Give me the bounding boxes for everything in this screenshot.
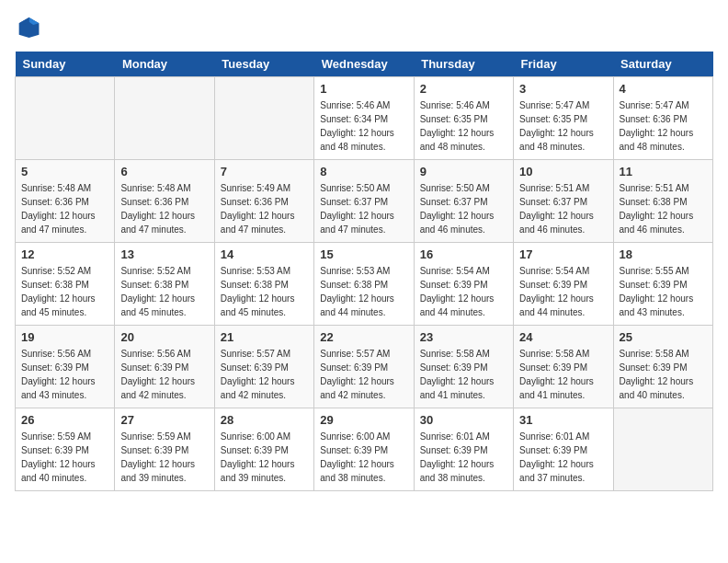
calendar-cell: 20Sunrise: 5:56 AMSunset: 6:39 PMDayligh… — [115, 326, 214, 408]
day-info: Sunrise: 5:55 AMSunset: 6:39 PMDaylight:… — [620, 264, 707, 319]
calendar-cell: 10Sunrise: 5:51 AMSunset: 6:37 PMDayligh… — [514, 160, 613, 243]
calendar-cell: 23Sunrise: 5:58 AMSunset: 6:39 PMDayligh… — [414, 326, 513, 408]
calendar-week-5: 26Sunrise: 5:59 AMSunset: 6:39 PMDayligh… — [16, 408, 713, 491]
calendar-cell: 21Sunrise: 5:57 AMSunset: 6:39 PMDayligh… — [214, 326, 313, 408]
day-number: 11 — [620, 165, 707, 178]
logo — [15, 15, 44, 40]
day-info: Sunrise: 5:58 AMSunset: 6:39 PMDaylight:… — [519, 347, 607, 402]
day-number: 12 — [21, 247, 108, 261]
calendar-cell: 13Sunrise: 5:52 AMSunset: 6:38 PMDayligh… — [115, 243, 214, 326]
day-number: 9 — [420, 165, 507, 178]
day-number: 17 — [519, 247, 607, 261]
day-info: Sunrise: 5:58 AMSunset: 6:39 PMDaylight:… — [420, 347, 507, 402]
calendar-week-4: 19Sunrise: 5:56 AMSunset: 6:39 PMDayligh… — [16, 326, 713, 408]
calendar-cell — [16, 77, 115, 160]
day-info: Sunrise: 5:57 AMSunset: 6:39 PMDaylight:… — [320, 347, 407, 402]
day-number: 19 — [21, 330, 108, 344]
day-number: 24 — [519, 330, 607, 344]
calendar-cell: 31Sunrise: 6:01 AMSunset: 6:39 PMDayligh… — [514, 408, 613, 491]
calendar-cell: 4Sunrise: 5:47 AMSunset: 6:36 PMDaylight… — [613, 77, 712, 160]
calendar-week-3: 12Sunrise: 5:52 AMSunset: 6:38 PMDayligh… — [16, 243, 713, 326]
day-info: Sunrise: 5:46 AMSunset: 6:34 PMDaylight:… — [320, 98, 407, 154]
day-info: Sunrise: 5:59 AMSunset: 6:39 PMDaylight:… — [21, 430, 108, 485]
day-number: 10 — [519, 165, 607, 178]
weekday-header-wednesday: Wednesday — [314, 52, 414, 77]
calendar-cell: 29Sunrise: 6:00 AMSunset: 6:39 PMDayligh… — [314, 408, 414, 491]
day-info: Sunrise: 5:52 AMSunset: 6:38 PMDaylight:… — [120, 264, 208, 319]
day-info: Sunrise: 6:00 AMSunset: 6:39 PMDaylight:… — [320, 430, 407, 485]
calendar-cell: 18Sunrise: 5:55 AMSunset: 6:39 PMDayligh… — [613, 243, 712, 326]
calendar-cell: 7Sunrise: 5:49 AMSunset: 6:36 PMDaylight… — [214, 160, 313, 243]
day-number: 29 — [320, 413, 407, 427]
calendar-cell: 9Sunrise: 5:50 AMSunset: 6:37 PMDaylight… — [414, 160, 513, 243]
calendar-cell: 2Sunrise: 5:46 AMSunset: 6:35 PMDaylight… — [414, 77, 513, 160]
day-number: 16 — [420, 247, 507, 261]
day-number: 27 — [120, 413, 208, 427]
day-info: Sunrise: 6:01 AMSunset: 6:39 PMDaylight:… — [420, 430, 507, 485]
calendar-cell — [613, 408, 712, 491]
calendar-cell: 17Sunrise: 5:54 AMSunset: 6:39 PMDayligh… — [514, 243, 613, 326]
day-number: 20 — [120, 330, 208, 344]
day-info: Sunrise: 5:48 AMSunset: 6:36 PMDaylight:… — [21, 181, 108, 236]
calendar-table: SundayMondayTuesdayWednesdayThursdayFrid… — [15, 52, 713, 491]
calendar-cell — [115, 77, 214, 160]
day-info: Sunrise: 5:46 AMSunset: 6:35 PMDaylight:… — [420, 98, 507, 154]
day-number: 13 — [120, 247, 208, 261]
day-info: Sunrise: 5:59 AMSunset: 6:39 PMDaylight:… — [120, 430, 208, 485]
logo-icon — [15, 15, 40, 40]
day-info: Sunrise: 5:56 AMSunset: 6:39 PMDaylight:… — [120, 347, 208, 402]
calendar-cell: 24Sunrise: 5:58 AMSunset: 6:39 PMDayligh… — [514, 326, 613, 408]
day-info: Sunrise: 5:47 AMSunset: 6:35 PMDaylight:… — [519, 98, 607, 154]
calendar-cell: 12Sunrise: 5:52 AMSunset: 6:38 PMDayligh… — [16, 243, 115, 326]
weekday-header-sunday: Sunday — [16, 52, 115, 77]
calendar-cell: 15Sunrise: 5:53 AMSunset: 6:38 PMDayligh… — [314, 243, 414, 326]
day-info: Sunrise: 5:54 AMSunset: 6:39 PMDaylight:… — [519, 264, 607, 319]
page-header — [15, 15, 713, 40]
calendar-cell: 25Sunrise: 5:58 AMSunset: 6:39 PMDayligh… — [613, 326, 712, 408]
day-info: Sunrise: 5:52 AMSunset: 6:38 PMDaylight:… — [21, 264, 108, 319]
calendar-cell: 19Sunrise: 5:56 AMSunset: 6:39 PMDayligh… — [16, 326, 115, 408]
calendar-cell: 22Sunrise: 5:57 AMSunset: 6:39 PMDayligh… — [314, 326, 414, 408]
day-number: 22 — [320, 330, 407, 344]
day-number: 18 — [620, 247, 707, 261]
day-info: Sunrise: 5:49 AMSunset: 6:36 PMDaylight:… — [221, 181, 308, 236]
day-info: Sunrise: 5:53 AMSunset: 6:38 PMDaylight:… — [221, 264, 308, 319]
day-number: 28 — [221, 413, 308, 427]
day-info: Sunrise: 6:00 AMSunset: 6:39 PMDaylight:… — [221, 430, 308, 485]
calendar-body: 1Sunrise: 5:46 AMSunset: 6:34 PMDaylight… — [16, 77, 713, 491]
day-info: Sunrise: 5:56 AMSunset: 6:39 PMDaylight:… — [21, 347, 108, 402]
calendar-cell: 16Sunrise: 5:54 AMSunset: 6:39 PMDayligh… — [414, 243, 513, 326]
day-info: Sunrise: 5:50 AMSunset: 6:37 PMDaylight:… — [320, 181, 407, 236]
day-number: 4 — [620, 82, 707, 96]
calendar-cell: 26Sunrise: 5:59 AMSunset: 6:39 PMDayligh… — [16, 408, 115, 491]
day-number: 21 — [221, 330, 308, 344]
weekday-header-monday: Monday — [115, 52, 214, 77]
day-number: 8 — [320, 165, 407, 178]
day-number: 2 — [420, 82, 507, 96]
day-number: 3 — [519, 82, 607, 96]
day-number: 14 — [221, 247, 308, 261]
calendar-cell: 28Sunrise: 6:00 AMSunset: 6:39 PMDayligh… — [214, 408, 313, 491]
day-number: 5 — [21, 165, 108, 178]
weekday-header-saturday: Saturday — [613, 52, 712, 77]
calendar-cell: 27Sunrise: 5:59 AMSunset: 6:39 PMDayligh… — [115, 408, 214, 491]
day-info: Sunrise: 5:47 AMSunset: 6:36 PMDaylight:… — [620, 98, 707, 154]
day-info: Sunrise: 5:58 AMSunset: 6:39 PMDaylight:… — [620, 347, 707, 402]
calendar-cell: 5Sunrise: 5:48 AMSunset: 6:36 PMDaylight… — [16, 160, 115, 243]
day-number: 26 — [21, 413, 108, 427]
day-number: 31 — [519, 413, 607, 427]
calendar-cell: 8Sunrise: 5:50 AMSunset: 6:37 PMDaylight… — [314, 160, 414, 243]
day-info: Sunrise: 5:54 AMSunset: 6:39 PMDaylight:… — [420, 264, 507, 319]
calendar-cell: 14Sunrise: 5:53 AMSunset: 6:38 PMDayligh… — [214, 243, 313, 326]
day-info: Sunrise: 5:51 AMSunset: 6:38 PMDaylight:… — [620, 181, 707, 236]
calendar-cell: 1Sunrise: 5:46 AMSunset: 6:34 PMDaylight… — [314, 77, 414, 160]
calendar-cell: 11Sunrise: 5:51 AMSunset: 6:38 PMDayligh… — [613, 160, 712, 243]
day-info: Sunrise: 5:57 AMSunset: 6:39 PMDaylight:… — [221, 347, 308, 402]
calendar-cell: 6Sunrise: 5:48 AMSunset: 6:36 PMDaylight… — [115, 160, 214, 243]
day-number: 15 — [320, 247, 407, 261]
day-number: 6 — [120, 165, 208, 178]
calendar-cell: 3Sunrise: 5:47 AMSunset: 6:35 PMDaylight… — [514, 77, 613, 160]
day-number: 23 — [420, 330, 507, 344]
calendar-header: SundayMondayTuesdayWednesdayThursdayFrid… — [16, 52, 713, 77]
day-info: Sunrise: 6:01 AMSunset: 6:39 PMDaylight:… — [519, 430, 607, 485]
